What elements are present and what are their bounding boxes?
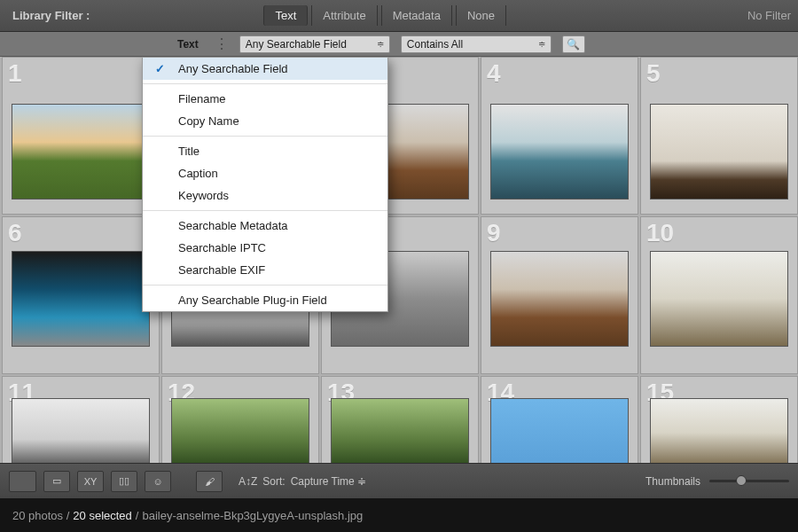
sort-direction-icon[interactable]: A↕Z [239, 475, 257, 488]
sort-field-value: Capture Time [291, 475, 355, 488]
dropdown-item-searchable-metadata[interactable]: Searchable Metadata [143, 215, 387, 237]
survey-view-button[interactable]: ▯▯ [111, 471, 137, 492]
grid-cell[interactable]: 10 [640, 216, 798, 374]
status-filename: bailey-anselme-Bkp3gLygyeA-unsplash.jpg [142, 509, 363, 522]
search-field-combo[interactable]: Any Searchable Field ≑ [239, 35, 390, 53]
chevron-updown-icon: ≑ [538, 39, 545, 49]
subbar-label: Text [177, 38, 199, 51]
loupe-view-button[interactable]: ▭ [43, 471, 70, 492]
thumbnail-grid: 1 4 5 6 9 [0, 57, 798, 463]
tab-text[interactable]: Text [263, 5, 308, 26]
no-filter-preset[interactable]: No Filter [747, 9, 798, 22]
text-filter-subbar: Text ⋮ Any Searchable Field ≑ Contains A… [0, 32, 798, 57]
grid-cell[interactable]: 5 [640, 57, 798, 215]
grid-cell[interactable]: 1 [2, 57, 160, 215]
grid-cell[interactable]: 9 [481, 216, 638, 374]
thumbnails-label: Thumbnails [645, 475, 700, 488]
sort-field-combo[interactable]: Capture Time ≑ [291, 475, 366, 488]
dropdown-item-keywords[interactable]: Keywords [143, 184, 387, 207]
tab-none[interactable]: None [456, 5, 506, 26]
status-separator: / [136, 509, 139, 522]
thumbnail[interactable] [331, 398, 469, 463]
cell-index: 9 [487, 219, 501, 247]
grid-cell[interactable]: 11 [2, 376, 160, 463]
dropdown-separator [143, 285, 387, 286]
dropdown-item-copy-name[interactable]: Copy Name [143, 110, 387, 132]
status-photo-count: 20 photos / [12, 509, 69, 522]
search-rule-combo[interactable]: Contains All ≑ [401, 35, 552, 53]
thumbnail[interactable] [490, 398, 629, 463]
grid-view-button[interactable] [9, 471, 36, 492]
status-bar: 20 photos / 20 selected / bailey-anselme… [0, 498, 798, 532]
thumbnail[interactable] [650, 251, 788, 347]
tab-attribute[interactable]: Attribute [311, 5, 377, 26]
search-icon: 🔍 [567, 38, 580, 51]
dropdown-separator [143, 210, 387, 211]
thumbnail[interactable] [490, 251, 629, 347]
filter-tabs: Text Attribute Metadata None [262, 5, 508, 26]
separator-icon: ⋮ [215, 35, 229, 52]
tab-metadata[interactable]: Metadata [381, 5, 452, 26]
thumbnail-grid-pane: 1 4 5 6 9 [0, 57, 798, 463]
cell-index: 1 [8, 59, 22, 88]
search-rule-value: Contains All [407, 38, 463, 51]
people-view-button[interactable]: ☺ [145, 471, 171, 492]
library-filter-title: Library Filter : [0, 9, 102, 22]
cell-index: 4 [487, 59, 501, 88]
thumbnail[interactable] [490, 104, 629, 200]
dropdown-item-title[interactable]: Title [143, 140, 387, 162]
grid-cell[interactable]: 15 [640, 376, 798, 463]
dropdown-item-any-searchable-field[interactable]: Any Searchable Field [143, 58, 387, 80]
grid-cell[interactable]: 6 [2, 216, 160, 374]
compare-view-button[interactable]: XY [77, 471, 104, 492]
thumbnail[interactable] [650, 104, 788, 200]
cell-index: 6 [8, 219, 22, 247]
painter-tool-button[interactable]: 🖌 [196, 471, 223, 492]
grid-cell[interactable]: 4 [481, 57, 638, 215]
cell-index: 10 [646, 219, 674, 247]
grid-cell[interactable]: 12 [161, 376, 319, 463]
dropdown-item-caption[interactable]: Caption [143, 162, 387, 184]
grid-toolbar: ▭ XY ▯▯ ☺ 🖌 A↕Z Sort: Capture Time ≑ Thu… [0, 463, 798, 498]
dropdown-item-any-plugin-field[interactable]: Any Searchable Plug-in Field [143, 289, 387, 311]
chevron-updown-icon: ≑ [357, 475, 366, 488]
dropdown-separator [143, 136, 387, 137]
search-field-value: Any Searchable Field [246, 38, 347, 51]
search-field-dropdown[interactable]: Any Searchable Field Filename Copy Name … [142, 57, 388, 312]
thumbnail[interactable] [12, 398, 150, 463]
cell-index: 5 [646, 59, 661, 88]
thumbnail[interactable] [171, 398, 309, 463]
grid-cell[interactable]: 14 [481, 376, 638, 463]
thumbnail[interactable] [12, 104, 150, 200]
dropdown-item-searchable-exif[interactable]: Searchable EXIF [143, 259, 387, 281]
dropdown-item-filename[interactable]: Filename [143, 88, 387, 110]
grid-cell[interactable]: 13 [321, 376, 479, 463]
sort-label: Sort: [262, 475, 285, 488]
dropdown-item-searchable-iptc[interactable]: Searchable IPTC [143, 237, 387, 259]
thumbnail[interactable] [12, 251, 150, 347]
library-filter-bar: Library Filter : Text Attribute Metadata… [0, 0, 798, 32]
thumbnail[interactable] [650, 398, 788, 463]
search-icon-button[interactable]: 🔍 [562, 35, 585, 53]
chevron-updown-icon: ≑ [377, 39, 384, 49]
dropdown-separator [143, 83, 387, 84]
slider-knob[interactable] [736, 475, 747, 486]
status-selected-count: 20 selected [73, 509, 132, 522]
thumbnail-size-slider[interactable] [709, 480, 789, 482]
